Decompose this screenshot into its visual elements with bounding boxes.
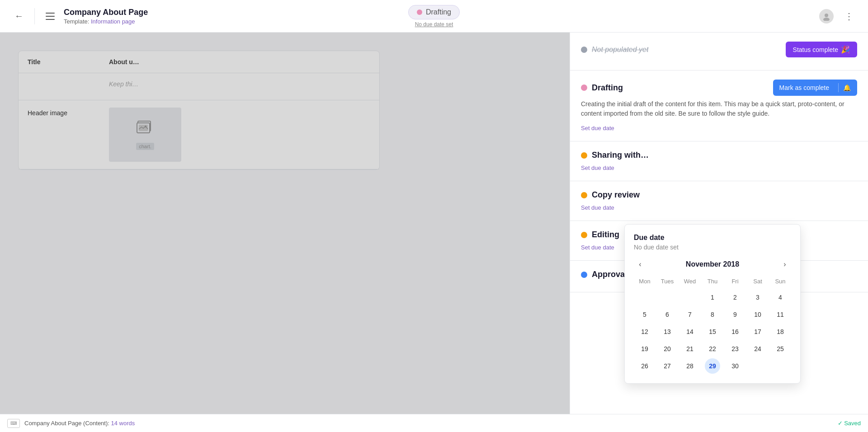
cal-day-23[interactable]: 23 (727, 341, 743, 357)
cal-day-7[interactable]: 7 (682, 307, 698, 322)
status-name-editing: Editing (592, 230, 619, 239)
calendar-title: Due date (634, 234, 791, 242)
status-complete-label: Status complete (793, 46, 838, 53)
svg-point-4 (823, 18, 830, 21)
cal-day-11[interactable]: 11 (773, 307, 788, 322)
cal-day-empty-1 (637, 290, 652, 305)
status-name-drafting: Drafting (592, 83, 623, 93)
cal-day-29[interactable]: 29 (705, 358, 720, 374)
svg-point-3 (825, 14, 828, 17)
drafting-label: Drafting (426, 8, 451, 16)
cal-day-25[interactable]: 25 (773, 341, 788, 357)
cal-day-5[interactable]: 5 (637, 307, 652, 322)
calendar-prev-button[interactable]: ‹ (634, 258, 646, 271)
nav-right: ⋮ (819, 9, 857, 23)
menu-icon[interactable] (42, 8, 58, 24)
status-description-drafting: Creating the initial draft of the conten… (581, 99, 857, 118)
set-due-date-drafting[interactable]: Set due date (581, 125, 614, 131)
cal-header-tue: Tues (656, 276, 678, 288)
cal-day-16[interactable]: 16 (727, 324, 743, 339)
cal-day-21[interactable]: 21 (682, 341, 698, 357)
drafting-dot (417, 9, 422, 15)
cal-day-26[interactable]: 26 (637, 358, 652, 374)
svg-rect-0 (46, 13, 55, 14)
status-name-not-populated: Not populated yet (592, 46, 648, 54)
more-menu-button[interactable]: ⋮ (841, 9, 857, 23)
cal-header-mon: Mon (634, 276, 656, 288)
cal-day-empty-4 (750, 358, 765, 374)
set-due-date-sharing[interactable]: Set due date (581, 164, 614, 171)
field-placeholder: Keep thi… (109, 80, 370, 88)
cal-header-sun: Sun (769, 276, 791, 288)
bell-divider (838, 83, 839, 92)
table-header: Title About u… (19, 51, 379, 73)
cal-day-20[interactable]: 20 (660, 341, 675, 357)
cal-day-8[interactable]: 8 (705, 307, 720, 322)
cal-day-17[interactable]: 17 (750, 324, 765, 339)
cal-day-4[interactable]: 4 (773, 290, 788, 305)
svg-point-8 (145, 126, 146, 127)
drafting-badge[interactable]: Drafting (408, 5, 460, 19)
cal-day-3[interactable]: 3 (750, 290, 765, 305)
cal-day-2[interactable]: 2 (727, 290, 743, 305)
col-title-header: Title (28, 58, 109, 66)
status-item-header-4: Copy review (581, 190, 857, 200)
keyboard-icon: ⌨ (7, 419, 20, 428)
status-name-approval: Approval (592, 270, 627, 279)
cal-day-6[interactable]: 6 (660, 307, 675, 322)
cal-day-14[interactable]: 14 (682, 324, 698, 339)
status-dot-pink (581, 85, 587, 91)
cal-header-fri: Fri (724, 276, 746, 288)
bottom-bar: ⌨ Company About Page (Content): 14 words… (0, 414, 868, 432)
cal-day-19[interactable]: 19 (637, 341, 652, 357)
nav-center: Drafting No due date set (408, 5, 460, 28)
status-item-drafting: Drafting Mark as complete 🔔 Creating the… (570, 70, 868, 141)
cal-day-15[interactable]: 15 (705, 324, 720, 339)
avatar[interactable] (819, 9, 834, 23)
cal-day-18[interactable]: 18 (773, 324, 788, 339)
mark-as-complete-button[interactable]: Mark as complete 🔔 (773, 80, 857, 96)
cal-day-28[interactable]: 28 (682, 358, 698, 374)
back-icon: ← (14, 11, 24, 21)
calendar-nav: ‹ November 2018 › (634, 258, 791, 271)
calendar-month-year: November 2018 (686, 260, 739, 268)
status-dot-blue (581, 272, 587, 278)
cal-header-wed: Wed (679, 276, 701, 288)
set-due-date-editing[interactable]: Set due date (581, 244, 614, 251)
cal-day-13[interactable]: 13 (660, 324, 675, 339)
col-value-header: About u… (109, 58, 370, 66)
cal-day-1[interactable]: 1 (705, 290, 720, 305)
no-due-date-nav[interactable]: No due date set (415, 21, 453, 28)
bell-icon[interactable]: 🔔 (843, 84, 851, 91)
cal-header-thu: Thu (702, 276, 723, 288)
calendar-popup: Due date No due date set ‹ November 2018… (624, 224, 801, 384)
cal-day-9[interactable]: 9 (727, 307, 743, 322)
status-item-sharing: Sharing with… Set due date (570, 141, 868, 181)
status-complete-button[interactable]: Status complete 🎉 (786, 42, 857, 57)
calendar-next-button[interactable]: › (778, 258, 791, 271)
cal-header-sat: Sat (747, 276, 769, 288)
status-item-left-3: Sharing with… (581, 150, 649, 160)
bottom-content-label: Company About Page (Content): 14 words (24, 420, 135, 427)
field-value-header-image: chart. (109, 108, 370, 162)
set-due-date-copy-review[interactable]: Set due date (581, 204, 614, 211)
cal-day-10[interactable]: 10 (750, 307, 765, 322)
status-dot-orange-sharing (581, 152, 587, 159)
back-button[interactable]: ← (11, 8, 27, 24)
svg-rect-1 (46, 16, 55, 17)
svg-rect-2 (46, 19, 55, 20)
status-item-header-3: Sharing with… (581, 150, 857, 160)
word-count-link[interactable]: 14 words (111, 420, 135, 427)
table-row-header-image: Header image chart. (19, 100, 379, 169)
cal-day-24[interactable]: 24 (750, 341, 765, 357)
template-link[interactable]: Information page (91, 18, 135, 25)
cal-day-12[interactable]: 12 (637, 324, 652, 339)
cal-day-empty-2 (660, 290, 675, 305)
cal-day-22[interactable]: 22 (705, 341, 720, 357)
cal-day-empty-5 (773, 358, 788, 374)
cal-day-30[interactable]: 30 (727, 358, 743, 374)
status-name-copy-review: Copy review (592, 190, 640, 200)
status-item-left-5: Editing (581, 230, 619, 239)
cal-day-27[interactable]: 27 (660, 358, 675, 374)
image-placeholder: chart. (109, 108, 181, 162)
